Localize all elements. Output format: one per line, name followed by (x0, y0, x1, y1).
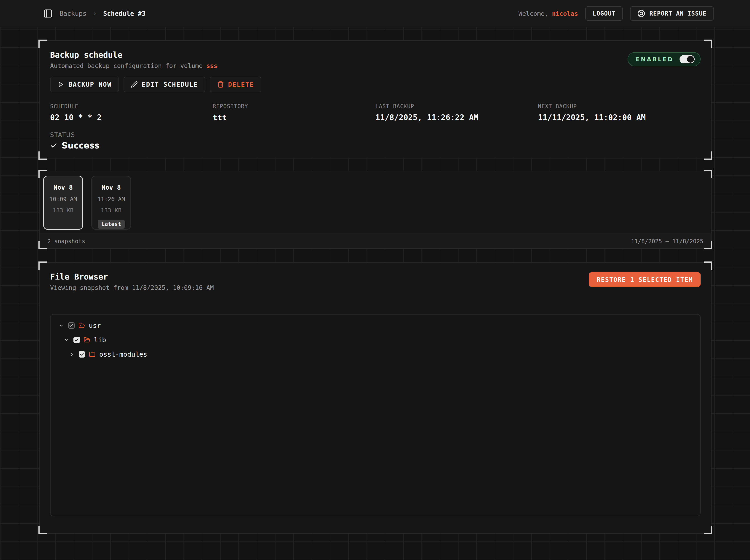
corner-bracket (38, 526, 47, 534)
field-schedule: SCHEDULE 02 10 * * 2 (50, 103, 213, 122)
corner-bracket (704, 241, 712, 249)
welcome-text: Welcome, nicolas (518, 10, 578, 17)
breadcrumb: Backups › Schedule #3 (43, 8, 145, 19)
file-browser-title: File Browser (50, 272, 214, 281)
status-label: STATUS (50, 132, 700, 138)
snapshot-date-range: 11/8/2025 – 11/8/2025 (631, 238, 703, 244)
corner-bracket (38, 261, 47, 270)
report-issue-label: REPORT AN ISSUE (649, 10, 707, 17)
snapshot-date: Nov 8 (102, 184, 121, 191)
corner-bracket (704, 170, 712, 178)
file-browser-card: File Browser Viewing snapshot from 11/8/… (39, 262, 712, 534)
chevron-right-icon[interactable] (69, 352, 75, 357)
field-label: LAST BACKUP (375, 103, 538, 109)
tree-row-lib[interactable]: lib (51, 333, 700, 347)
restore-selected-button[interactable]: RESTORE 1 SELECTED ITEM (589, 272, 700, 287)
panel-left-icon (43, 9, 53, 18)
corner-bracket (704, 526, 712, 534)
sidebar-toggle-button[interactable] (43, 8, 53, 19)
field-label: REPOSITORY (213, 103, 375, 109)
checkbox-usr[interactable] (68, 322, 75, 329)
field-value: ttt (213, 113, 375, 122)
breadcrumb-separator: › (93, 10, 97, 17)
status-block: STATUS Success (50, 132, 700, 151)
snapshot-time: 11:26 AM (97, 196, 125, 202)
logout-label: LOGOUT (593, 10, 615, 17)
corner-bracket (38, 170, 47, 178)
edit-schedule-button[interactable]: EDIT SCHEDULE (123, 77, 205, 92)
tree-label: ossl-modules (99, 351, 147, 358)
delete-button[interactable]: DELETE (210, 77, 261, 92)
tree-label: lib (94, 336, 106, 344)
enabled-label: ENABLED (636, 56, 674, 63)
checkbox-ossl-modules[interactable] (79, 351, 85, 358)
field-repository: REPOSITORY ttt (213, 103, 375, 122)
pencil-icon (131, 81, 138, 88)
checkbox-lib[interactable] (74, 337, 80, 343)
field-label: SCHEDULE (50, 103, 213, 109)
breadcrumb-parent[interactable]: Backups (59, 10, 86, 17)
status-text: Success (62, 141, 100, 151)
snapshot-count: 2 snapshots (47, 238, 85, 244)
corner-bracket (38, 241, 47, 249)
corner-bracket (38, 152, 47, 160)
field-value: 11/11/2025, 11:02:00 AM (538, 113, 700, 122)
file-tree: usr lib ossl-modules (50, 314, 700, 516)
report-issue-button[interactable]: REPORT AN ISSUE (630, 6, 714, 21)
toggle-knob (687, 56, 694, 63)
delete-label: DELETE (228, 81, 254, 88)
life-buoy-icon (637, 9, 645, 17)
tree-row-usr[interactable]: usr (51, 318, 700, 333)
folder-open-icon (84, 337, 90, 343)
folder-open-icon (78, 322, 85, 329)
subtitle-prefix: Automated backup configuration for volum… (50, 62, 206, 69)
snapshot-strip: Nov 8 10:09 AM 133 KB Nov 8 11:26 AM 133… (40, 171, 711, 234)
top-bar: Backups › Schedule #3 Welcome, nicolas L… (0, 0, 750, 27)
snapshots-footer: 2 snapshots 11/8/2025 – 11/8/2025 (40, 234, 711, 248)
backup-schedule-card: Backup schedule Automated backup configu… (39, 40, 712, 159)
field-value: 11/8/2025, 11:26:22 AM (375, 113, 538, 122)
schedule-card-subtitle: Automated backup configuration for volum… (50, 62, 218, 69)
snapshot-size: 133 KB (101, 207, 121, 214)
tree-label: usr (89, 322, 101, 329)
schedule-fields: SCHEDULE 02 10 * * 2 REPOSITORY ttt LAST… (50, 103, 700, 122)
username: nicolas (552, 10, 578, 17)
backup-now-button[interactable]: BACKUP NOW (50, 77, 119, 92)
logout-button[interactable]: LOGOUT (585, 6, 623, 21)
snapshot-card-selected[interactable]: Nov 8 10:09 AM 133 KB (43, 176, 83, 230)
trash-icon (217, 81, 224, 88)
snapshot-card-latest[interactable]: Nov 8 11:26 AM 133 KB Latest (91, 176, 131, 230)
edit-schedule-label: EDIT SCHEDULE (142, 81, 198, 88)
backup-now-label: BACKUP NOW (68, 81, 112, 88)
corner-bracket (704, 152, 712, 160)
file-browser-subtitle: Viewing snapshot from 11/8/2025, 10:09:1… (50, 284, 214, 291)
chevron-down-icon[interactable] (64, 337, 70, 343)
schedule-card-title: Backup schedule (50, 50, 218, 59)
breadcrumb-current: Schedule #3 (103, 10, 145, 17)
corner-bracket (704, 261, 712, 270)
play-icon (57, 81, 64, 88)
welcome-prefix: Welcome, (518, 10, 548, 17)
restore-label: RESTORE 1 SELECTED ITEM (597, 276, 693, 283)
folder-icon (89, 351, 95, 358)
tree-row-ossl-modules[interactable]: ossl-modules (51, 347, 700, 361)
snapshot-time: 10:09 AM (50, 196, 77, 202)
enabled-toggle[interactable]: ENABLED (628, 52, 700, 66)
latest-badge: Latest (98, 220, 125, 229)
snapshot-date: Nov 8 (54, 184, 73, 191)
corner-bracket (704, 40, 712, 48)
field-last-backup: LAST BACKUP 11/8/2025, 11:26:22 AM (375, 103, 538, 122)
toggle-switch[interactable] (679, 55, 695, 63)
snapshots-section: Nov 8 10:09 AM 133 KB Nov 8 11:26 AM 133… (39, 171, 712, 249)
field-next-backup: NEXT BACKUP 11/11/2025, 11:02:00 AM (538, 103, 700, 122)
field-label: NEXT BACKUP (538, 103, 700, 109)
check-icon (50, 142, 57, 149)
status-value: Success (50, 141, 700, 151)
corner-bracket (38, 40, 47, 48)
volume-name: sss (206, 62, 218, 69)
field-value: 02 10 * * 2 (50, 113, 213, 122)
snapshot-size: 133 KB (53, 207, 74, 214)
chevron-down-icon[interactable] (58, 323, 64, 328)
